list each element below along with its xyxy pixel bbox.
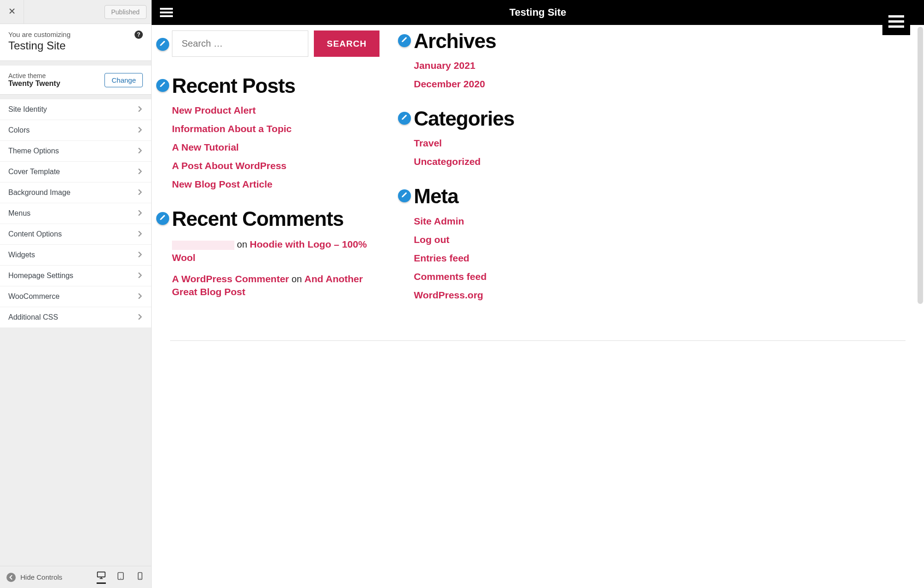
link[interactable]: A Post About WordPress <box>172 160 287 171</box>
panel-label: Theme Options <box>8 147 59 155</box>
archives-list: January 2021December 2020 <box>414 60 605 90</box>
panel-label: Homepage Settings <box>8 272 73 280</box>
customizer-panel[interactable]: Theme Options <box>0 141 151 162</box>
chevron-right-icon <box>137 209 143 218</box>
panel-label: Additional CSS <box>8 313 58 321</box>
meta-list: Site AdminLog outEntries feedComments fe… <box>414 216 605 301</box>
pencil-icon <box>401 192 408 200</box>
chevron-right-icon <box>137 188 143 197</box>
panel-label: Content Options <box>8 230 62 238</box>
site-title[interactable]: Testing Site <box>509 6 566 18</box>
panel-label: Site Identity <box>8 105 47 114</box>
close-customizer-button[interactable] <box>0 0 24 24</box>
chevron-right-icon <box>137 292 143 301</box>
device-tablet-button[interactable] <box>116 571 125 583</box>
list-item: on Hoodie with Logo – 100% Wool <box>172 238 379 264</box>
edit-widget-button[interactable] <box>156 212 169 225</box>
edit-widget-button[interactable] <box>398 189 411 202</box>
menu-toggle-left[interactable] <box>160 8 173 17</box>
edit-widget-button[interactable] <box>156 38 169 51</box>
link[interactable]: WordPress.org <box>414 290 483 300</box>
chevron-right-icon <box>137 272 143 280</box>
svg-rect-0 <box>98 572 105 577</box>
list-item: New Blog Post Article <box>172 179 379 190</box>
customizer-panel[interactable]: WooCommerce <box>0 286 151 307</box>
device-mobile-button[interactable] <box>135 571 145 583</box>
list-item: Travel <box>414 138 605 149</box>
scrollbar[interactable] <box>918 27 923 304</box>
chevron-right-icon <box>137 168 143 176</box>
widgets-column-right: Archives January 2021December 2020 Categ… <box>398 30 605 308</box>
link[interactable]: Log out <box>414 234 449 245</box>
widget-recent-comments: Recent Comments on Hoodie with Logo – 10… <box>156 208 379 299</box>
panel-label: WooCommerce <box>8 292 60 301</box>
widget-title: Categories <box>414 108 605 129</box>
svg-point-2 <box>120 578 121 579</box>
svg-point-4 <box>140 578 141 579</box>
link[interactable]: Travel <box>414 138 442 148</box>
comment-author <box>172 241 234 250</box>
comment-author[interactable]: A WordPress Commenter <box>172 273 289 284</box>
publish-status-button[interactable]: Published <box>104 5 147 19</box>
pencil-icon <box>401 36 408 45</box>
widgets-column-left: SEARCH Recent Posts New Product AlertInf… <box>156 30 379 308</box>
chevron-right-icon <box>137 230 143 238</box>
link[interactable]: December 2020 <box>414 79 485 89</box>
list-item: Information About a Topic <box>172 123 379 134</box>
active-theme-label: Active theme <box>8 72 60 79</box>
customizer-panel[interactable]: Widgets <box>0 245 151 266</box>
edit-widget-button[interactable] <box>156 79 169 92</box>
link[interactable]: Entries feed <box>414 253 469 263</box>
help-icon[interactable]: ? <box>135 30 143 39</box>
chevron-right-icon <box>137 313 143 321</box>
customizing-site-name: Testing Site <box>8 39 143 52</box>
link[interactable]: A New Tutorial <box>172 142 239 152</box>
footer-divider <box>170 340 906 341</box>
list-item: A WordPress Commenter on And Another Gre… <box>172 273 379 299</box>
link[interactable]: Information About a Topic <box>172 123 292 134</box>
panel-label: Colors <box>8 126 30 134</box>
customizer-panel[interactable]: Colors <box>0 120 151 141</box>
customizer-panel[interactable]: Site Identity <box>0 99 151 120</box>
customizer-panel[interactable]: Menus <box>0 203 151 224</box>
search-button[interactable]: SEARCH <box>314 30 379 57</box>
link[interactable]: January 2021 <box>414 60 475 71</box>
device-preview-switcher <box>97 570 145 584</box>
device-desktop-button[interactable] <box>97 570 106 584</box>
edit-widget-button[interactable] <box>398 112 411 125</box>
customizer-panel[interactable]: Additional CSS <box>0 307 151 328</box>
list-item: A New Tutorial <box>172 142 379 153</box>
preview-pane[interactable]: Testing Site SEARCH Recent Posts New Pro… <box>152 0 924 588</box>
link[interactable]: New Product Alert <box>172 105 256 115</box>
widget-title: Meta <box>414 186 605 207</box>
link[interactable]: Comments feed <box>414 271 487 282</box>
link[interactable]: Site Admin <box>414 216 464 226</box>
customizer-panel[interactable]: Homepage Settings <box>0 266 151 286</box>
pencil-icon <box>159 81 166 90</box>
widget-meta: Meta Site AdminLog outEntries feedCommen… <box>398 186 605 300</box>
widget-search: SEARCH <box>156 30 379 57</box>
list-item: New Product Alert <box>172 105 379 116</box>
change-theme-button[interactable]: Change <box>104 73 143 87</box>
edit-widget-button[interactable] <box>398 34 411 47</box>
chevron-right-icon <box>137 105 143 114</box>
recent-posts-list: New Product AlertInformation About a Top… <box>172 105 379 190</box>
list-item: Uncategorized <box>414 156 605 167</box>
menu-toggle-right[interactable] <box>882 7 910 35</box>
close-icon <box>8 7 16 17</box>
widget-archives: Archives January 2021December 2020 <box>398 30 605 90</box>
list-item: A Post About WordPress <box>172 160 379 171</box>
customizer-panel[interactable]: Cover Template <box>0 162 151 182</box>
customizer-panel-list: Site IdentityColorsTheme OptionsCover Te… <box>0 99 151 328</box>
hide-controls-button[interactable]: Hide Controls <box>6 573 62 582</box>
pencil-icon <box>159 214 166 223</box>
collapse-icon <box>6 573 16 582</box>
active-theme-name: Twenty Twenty <box>8 79 60 88</box>
search-input[interactable] <box>172 30 308 57</box>
list-item: Entries feed <box>414 253 605 264</box>
customizer-panel[interactable]: Background Image <box>0 182 151 203</box>
customizer-panel[interactable]: Content Options <box>0 224 151 245</box>
link[interactable]: New Blog Post Article <box>172 179 272 189</box>
link[interactable]: Uncategorized <box>414 156 481 167</box>
customizing-label: You are customizing <box>8 30 143 38</box>
